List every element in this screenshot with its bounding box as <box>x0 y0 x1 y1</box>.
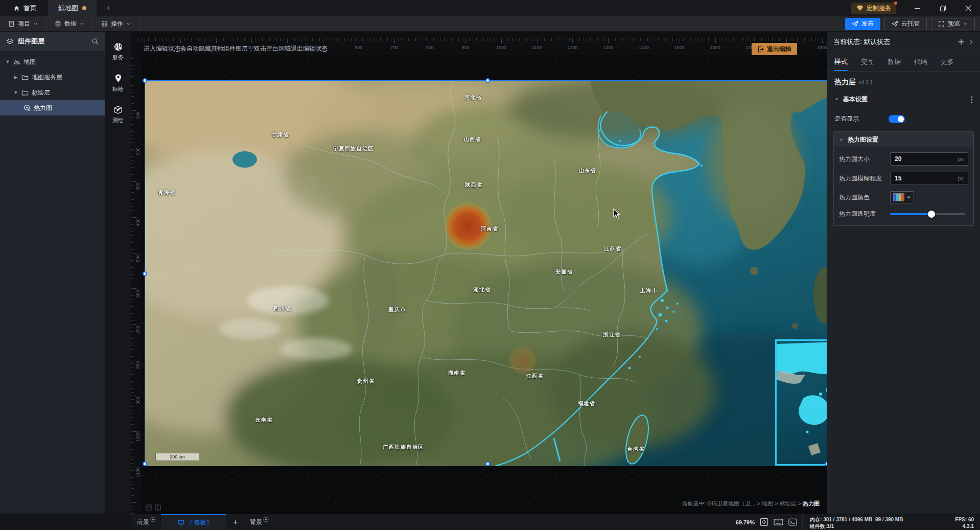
home-tab[interactable]: 首页 <box>0 0 48 16</box>
tree-item-map-service-layer[interactable]: ▶ 地图服务层 <box>0 70 105 85</box>
chevron-down-icon[interactable] <box>839 137 844 142</box>
add-state-icon[interactable] <box>958 38 965 45</box>
kebab-menu-icon[interactable] <box>971 96 973 103</box>
tree-item-plot-layer[interactable]: ▼ 标绘层 <box>0 85 105 100</box>
performance-info: 内存: 301 / 3781 / 4096 MB 89 / 390 MB FPS… <box>802 515 980 529</box>
home-label: 首页 <box>24 4 37 13</box>
database-icon <box>55 20 61 27</box>
tab-data[interactable]: 数据 <box>888 52 901 71</box>
map-label: 四川省 <box>274 305 292 312</box>
heat-color-picker[interactable] <box>890 191 914 203</box>
caret-down-icon[interactable] <box>834 97 839 102</box>
gradient-swatch <box>893 193 904 201</box>
layers-icon <box>6 38 14 45</box>
chevron-right-icon[interactable] <box>969 39 974 44</box>
heat-size-input[interactable]: 20 px <box>890 152 968 166</box>
keyboard-icon <box>774 518 783 526</box>
minimize-button[interactable] <box>905 0 929 16</box>
ruler-label: 400 <box>135 216 141 228</box>
resize-handle-left-middle[interactable] <box>143 271 147 276</box>
map-mountain-icon <box>13 58 20 65</box>
vertical-ruler: 10020030040050060070080090010001100 <box>131 55 142 514</box>
menu-project-label: 项目 <box>18 19 30 28</box>
ruler-label: 700 <box>135 324 141 336</box>
resize-handle-bottom-left[interactable] <box>143 462 147 466</box>
tab-code[interactable]: 代码 <box>914 52 927 71</box>
tab-style[interactable]: 样式 <box>834 52 848 71</box>
menu-project[interactable]: 项目 <box>0 16 46 31</box>
map-label: 湖北省 <box>473 286 491 293</box>
editor-canvas[interactable]: 10020030040050060070080090010001100 1002… <box>131 32 827 514</box>
tool-service[interactable]: 服务 <box>112 42 124 61</box>
ruler-label: 600 <box>355 45 362 50</box>
property-tabs: 样式 交互 数据 代码 更多 <box>827 52 980 72</box>
map-label: 福建省 <box>578 400 596 407</box>
menu-actions[interactable]: 操作 <box>93 16 139 31</box>
minimize-icon <box>914 5 920 11</box>
preview-button[interactable]: 预览 <box>931 18 975 30</box>
plus-circle-icon[interactable] <box>263 517 269 522</box>
state-label: 当前状态: <box>833 38 862 45</box>
foreground-button[interactable]: 前景 <box>132 514 161 530</box>
resize-handle-bottom-center[interactable] <box>485 462 490 466</box>
console-button[interactable] <box>788 518 797 526</box>
new-tab-button[interactable]: + <box>97 0 120 16</box>
shortcut-keys-button[interactable] <box>774 518 783 526</box>
slider-knob[interactable] <box>928 211 935 218</box>
layers-tree: ▼ 地图 ▶ 地图服务层 ▼ 标绘层 热力图 <box>0 51 105 116</box>
maximize-button[interactable] <box>931 0 954 16</box>
caret-right-icon[interactable]: ▶ <box>13 75 18 80</box>
exit-edit-button[interactable]: 退出编辑 <box>752 43 797 55</box>
add-board-button[interactable]: + <box>226 514 245 530</box>
document-tab[interactable]: 鲸地图 <box>48 0 97 16</box>
cloud-host-button[interactable]: 云托管 <box>884 18 927 30</box>
resize-handle-top-left[interactable] <box>143 78 147 83</box>
heat-opacity-slider[interactable] <box>890 213 965 215</box>
selection-inset <box>775 339 827 466</box>
layout-thumb-icon[interactable] <box>146 504 152 511</box>
show-toggle-label: 是否显示 <box>834 114 883 123</box>
fit-screen-button[interactable] <box>760 518 768 526</box>
map-label: 浙江省 <box>603 331 621 338</box>
caret-down-icon <box>906 195 911 200</box>
resize-handle-top-center[interactable] <box>485 78 490 83</box>
board-tab-active[interactable]: 子看板1 <box>161 514 226 530</box>
publish-button[interactable]: 发布 <box>845 18 880 30</box>
grid-icon <box>101 20 108 27</box>
basic-settings-title: 基本设置 <box>843 95 967 104</box>
ruler-label: 200 <box>135 145 141 157</box>
resize-handle-bottom-right[interactable] <box>825 462 827 466</box>
home-icon <box>13 5 20 12</box>
plus-icon: + <box>106 3 111 13</box>
tool-survey-label: 测绘 <box>112 117 124 124</box>
chevron-down-icon <box>33 21 38 26</box>
ruler-label: 1100 <box>135 466 141 478</box>
heat-blur-input[interactable]: 15 px <box>890 172 968 185</box>
menu-actions-label: 操作 <box>111 19 123 28</box>
chevron-down-icon <box>963 21 968 26</box>
ruler-label: 1200 <box>567 45 577 50</box>
map-label: 甘肃省 <box>272 131 290 139</box>
custom-service-badge[interactable]: 定制服务 <box>851 3 896 14</box>
map-component[interactable]: 河北省山西省甘肃省宁夏回族自治区山东省陕西省青海省河南省江苏省安徽省湖北省上海市… <box>145 80 827 466</box>
layout-thumb-icon[interactable] <box>155 504 161 511</box>
tab-more[interactable]: 更多 <box>941 52 954 71</box>
background-button[interactable]: 背景 <box>245 514 274 530</box>
tool-survey[interactable]: 测绘 <box>112 105 124 124</box>
layers-panel: 组件图层 ▼ 地图 ▶ 地图服务层 ▼ 标绘层 热力图 <box>0 32 105 514</box>
app-version: 4.3.1 <box>963 523 974 529</box>
menu-data[interactable]: 数据 <box>46 16 93 31</box>
tool-plot[interactable]: 标绘 <box>112 74 124 93</box>
show-toggle[interactable] <box>889 115 905 123</box>
heat-color-label: 热力圆颜色 <box>839 193 886 202</box>
caret-down-icon[interactable]: ▼ <box>13 90 18 95</box>
search-icon[interactable] <box>91 38 99 45</box>
plus-circle-icon[interactable] <box>150 517 156 522</box>
zoom-level[interactable]: 69.79% <box>736 519 755 525</box>
caret-down-icon[interactable]: ▼ <box>5 59 10 64</box>
tab-interaction[interactable]: 交互 <box>861 52 874 71</box>
close-button[interactable] <box>956 0 980 16</box>
heat-blur-label: 热力圆模糊程度 <box>839 174 886 183</box>
tree-item-map[interactable]: ▼ 地图 <box>0 54 105 70</box>
tree-item-heatmap-selected[interactable]: 热力图 <box>0 100 105 116</box>
